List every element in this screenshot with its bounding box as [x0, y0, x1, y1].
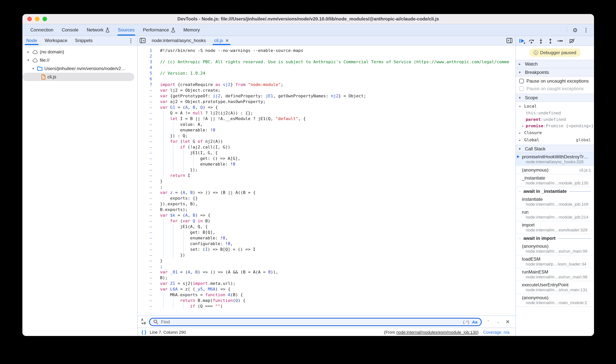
line-number[interactable]: – — [138, 116, 152, 122]
tree-item-users-jinhuilee-nvm-versions-node-v2-[interactable]: ▾Users/jinhuilee/.nvm/versions/node/v2… — [22, 65, 137, 73]
call-stack-frame[interactable]: ▶promiseInitHookWithDestroyTr…node:inter… — [516, 153, 594, 166]
line-number[interactable]: – — [138, 150, 152, 156]
section-breakpoints[interactable]: ▾ Breakpoints — [516, 68, 594, 77]
chevron-down-icon[interactable]: ▾ — [31, 67, 35, 70]
zoom-window-button[interactable] — [42, 17, 47, 21]
collapse-sidebar-icon[interactable] — [138, 38, 148, 43]
scope-group-global[interactable]: ▸Globalglobal — [516, 136, 594, 143]
line-number[interactable]: 5 — [138, 70, 152, 76]
call-stack-frame[interactable]: loadESMnode:internal/p…/esm_loader:34 — [516, 255, 594, 268]
line-number[interactable]: – — [138, 201, 152, 207]
more-options-kebab-icon[interactable]: ⋮ — [583, 27, 589, 33]
find-next-button[interactable]: ⌄ — [495, 319, 502, 324]
scope-group-closure[interactable]: ▸Closure — [516, 129, 594, 136]
step-into-button[interactable] — [536, 36, 546, 45]
editor-tab-cli-js[interactable]: cli.js✕ — [210, 36, 233, 45]
sidebar-tab-workspace[interactable]: Workspace — [41, 36, 71, 45]
call-stack-frame[interactable]: (anonymous)node:internal/m…main_module:2 — [516, 294, 594, 307]
call-stack-frame[interactable]: instantiatenode:internal/m…module_job:10… — [516, 195, 594, 208]
line-number[interactable]: – — [138, 241, 152, 247]
line-number[interactable]: – — [138, 178, 152, 184]
regex-toggle-button[interactable]: (.*) — [463, 320, 469, 324]
tab-connection[interactable]: Connection — [26, 24, 57, 36]
line-number[interactable]: – — [138, 303, 152, 309]
settings-gear-icon[interactable]: ⚙ — [573, 27, 578, 33]
line-number[interactable]: – — [138, 156, 152, 161]
deactivate-breakpoints-button[interactable] — [567, 36, 576, 45]
line-number[interactable]: – — [138, 167, 152, 173]
pretty-print-toggle[interactable]: { } — [141, 329, 146, 335]
tree-item-cli-js[interactable]: cli.js — [22, 73, 134, 81]
line-number[interactable]: – — [138, 218, 152, 224]
line-number[interactable]: – — [138, 269, 152, 275]
chevron-right-icon[interactable]: ▸ — [26, 50, 30, 54]
scope-property-promise[interactable]: ▸promise: Promise {<pending>} — [516, 123, 594, 129]
line-number[interactable]: – — [138, 252, 152, 258]
tab-network[interactable]: Network — [83, 24, 114, 36]
navigator-kebab-icon[interactable]: ⋮ — [128, 38, 137, 43]
call-stack-frame[interactable]: importnode:internal/m…esm/loader:329 — [516, 221, 594, 234]
line-number[interactable]: – — [138, 190, 152, 195]
line-number[interactable]: – — [138, 230, 152, 235]
call-stack-frame[interactable]: runMainESMnode:internal/m…es/run_main:98 — [516, 268, 594, 281]
line-number[interactable]: – — [138, 144, 152, 150]
line-number[interactable]: – — [138, 133, 152, 139]
match-case-toggle-button[interactable]: Aa — [472, 320, 477, 324]
coverage-link[interactable]: Coverage: n/a — [483, 330, 509, 334]
line-number[interactable]: – — [138, 127, 152, 133]
line-number[interactable]: – — [138, 224, 152, 230]
sidebar-tab-snippets[interactable]: Snippets — [71, 36, 96, 45]
call-stack-frame[interactable]: (anonymous)cli.js:1 — [516, 166, 594, 174]
line-number[interactable]: – — [138, 207, 152, 212]
replace-toggle-icon[interactable]: A↳B — [141, 319, 146, 325]
line-number[interactable]: – — [138, 161, 152, 167]
line-number[interactable]: – — [138, 212, 152, 218]
line-number[interactable]: – — [138, 292, 152, 298]
step-over-button[interactable] — [527, 36, 536, 45]
tab-sources[interactable]: Sources — [114, 24, 139, 36]
line-number[interactable]: 3 — [138, 59, 152, 65]
source-map-link[interactable]: node:internal/modules/esm/module_job:130 — [396, 330, 477, 334]
line-number[interactable]: – — [138, 139, 152, 144]
call-stack-frame[interactable]: executeUserEntryPointnode:internal/m…s/r… — [516, 281, 594, 294]
line-number[interactable]: – — [138, 298, 152, 303]
tree-item--no-domain-[interactable]: ▸(no domain) — [22, 48, 137, 56]
line-number[interactable]: 7 — [138, 82, 152, 88]
line-number-gutter[interactable]: 1234567–––––––––––––––––––––––––––––––––… — [138, 45, 157, 315]
tab-performance[interactable]: Performance — [139, 24, 179, 36]
chevron-down-icon[interactable]: ▾ — [26, 58, 30, 62]
tab-memory[interactable]: Memory — [179, 24, 204, 36]
tab-console[interactable]: Console — [57, 24, 83, 36]
code-editor[interactable]: 1234567–––––––––––––––––––––––––––––––––… — [138, 45, 516, 315]
line-number[interactable]: – — [138, 110, 152, 116]
line-number[interactable]: – — [138, 184, 152, 190]
close-find-bar-button[interactable]: ✕ — [505, 319, 512, 325]
line-number[interactable]: – — [138, 195, 152, 201]
find-previous-button[interactable]: ⌃ — [485, 319, 491, 324]
checkbox[interactable] — [519, 79, 524, 83]
tree-item-file-[interactable]: ▾file:// — [22, 56, 137, 65]
close-tab-icon[interactable]: ✕ — [225, 38, 229, 43]
toggle-debugger-sidebar-icon[interactable] — [506, 38, 516, 43]
line-number[interactable]: – — [138, 122, 152, 127]
sidebar-tab-node[interactable]: Node — [22, 36, 41, 45]
section-call-stack[interactable]: ▾ Call Stack — [516, 145, 594, 153]
line-number[interactable]: – — [138, 281, 152, 286]
line-number[interactable]: – — [138, 264, 152, 269]
resume-button[interactable] — [517, 36, 527, 45]
line-number[interactable]: – — [138, 88, 152, 93]
line-number[interactable]: 2 — [138, 53, 152, 59]
close-window-button[interactable] — [27, 17, 32, 21]
chevron-right-icon[interactable]: ▸ — [522, 124, 526, 128]
line-number[interactable]: – — [138, 258, 152, 264]
line-number[interactable]: – — [138, 275, 152, 281]
editor-tab-node-internal-async-hooks[interactable]: node:internal/async_hooks — [148, 36, 210, 45]
call-stack-frame[interactable]: (anonymous)node:internal/m…es/run_main:9… — [516, 242, 594, 255]
minimize-window-button[interactable] — [35, 17, 40, 21]
search-input[interactable]: Find (.*) Aa — [149, 318, 482, 326]
line-number[interactable]: – — [138, 235, 152, 241]
scope-group-local[interactable]: ▾Local — [516, 103, 594, 110]
line-number[interactable]: – — [138, 104, 152, 110]
line-number[interactable]: – — [138, 173, 152, 178]
call-stack-frame[interactable]: _instantiatenode:internal/m…module_job:1… — [516, 174, 594, 187]
